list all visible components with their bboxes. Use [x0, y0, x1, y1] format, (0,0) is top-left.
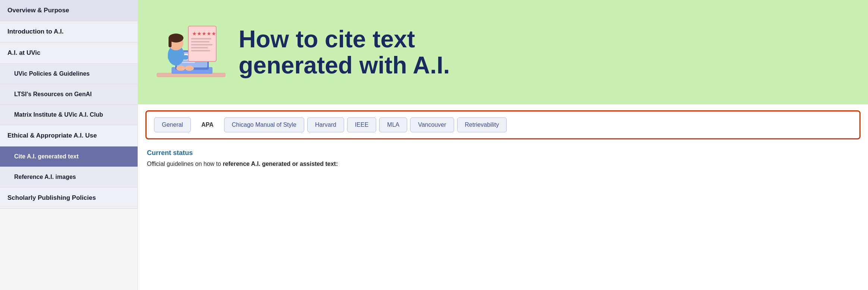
hero-illustration: ★★★★★ [149, 15, 231, 89]
sidebar-item-reference-ai-images[interactable]: Reference A.I. images [0, 167, 138, 187]
svg-rect-19 [168, 55, 188, 60]
svg-rect-11 [191, 41, 210, 42]
svg-rect-12 [191, 44, 213, 45]
status-text-prefix: Official guidelines on how to [147, 161, 223, 167]
svg-rect-13 [191, 47, 208, 48]
svg-point-20 [176, 66, 185, 71]
svg-rect-18 [169, 38, 172, 47]
hero-title: How to cite text generated with A.I. [239, 26, 857, 79]
hero-banner: ★★★★★ How to ci [138, 0, 868, 104]
tab-apa[interactable]: APA [194, 118, 221, 132]
tab-mla[interactable]: MLA [379, 117, 407, 132]
content-area: Current status Official guidelines on ho… [138, 145, 868, 175]
sidebar-item-ethical-use[interactable]: Ethical & Appropriate A.I. Use [0, 125, 138, 146]
status-description: Official guidelines on how to reference … [147, 161, 859, 167]
sidebar-item-uvic-policies[interactable]: UVic Policies & Guidelines [0, 64, 138, 84]
sidebar-item-overview-purpose[interactable]: Overview & Purpose [0, 0, 138, 21]
tab-chicago[interactable]: Chicago Manual of Style [224, 117, 304, 132]
sidebar-item-matrix-institute[interactable]: Matrix Institute & UVic A.I. Club [0, 105, 138, 125]
tab-general[interactable]: General [154, 117, 191, 132]
sidebar-item-scholarly-publishing[interactable]: Scholarly Publishing Policies [0, 187, 138, 209]
tab-retrievability[interactable]: Retrievability [457, 117, 507, 132]
citation-tabs-container: GeneralAPAChicago Manual of StyleHarvard… [145, 110, 861, 139]
svg-point-21 [185, 66, 194, 71]
sidebar-item-cite-ai-text[interactable]: Cite A.I. generated text [0, 146, 138, 167]
svg-rect-10 [191, 38, 211, 40]
main-content: ★★★★★ How to ci [138, 0, 868, 290]
sidebar: Overview & PurposeIntroduction to A.I.A.… [0, 0, 138, 290]
svg-rect-14 [191, 50, 210, 51]
sidebar-item-ltsi-resources[interactable]: LTSI's Resources on GenAI [0, 84, 138, 105]
tab-ieee[interactable]: IEEE [347, 117, 376, 132]
current-status-heading: Current status [147, 149, 859, 157]
tab-harvard[interactable]: Harvard [307, 117, 344, 132]
svg-text:★★★★★: ★★★★★ [192, 31, 216, 37]
sidebar-item-ai-uvic[interactable]: A.I. at UVic [0, 42, 138, 64]
status-text-bold: reference A.I. generated or assisted tex… [223, 161, 338, 167]
sidebar-item-intro-ai[interactable]: Introduction to A.I. [0, 21, 138, 42]
tab-vancouver[interactable]: Vancouver [410, 117, 454, 132]
